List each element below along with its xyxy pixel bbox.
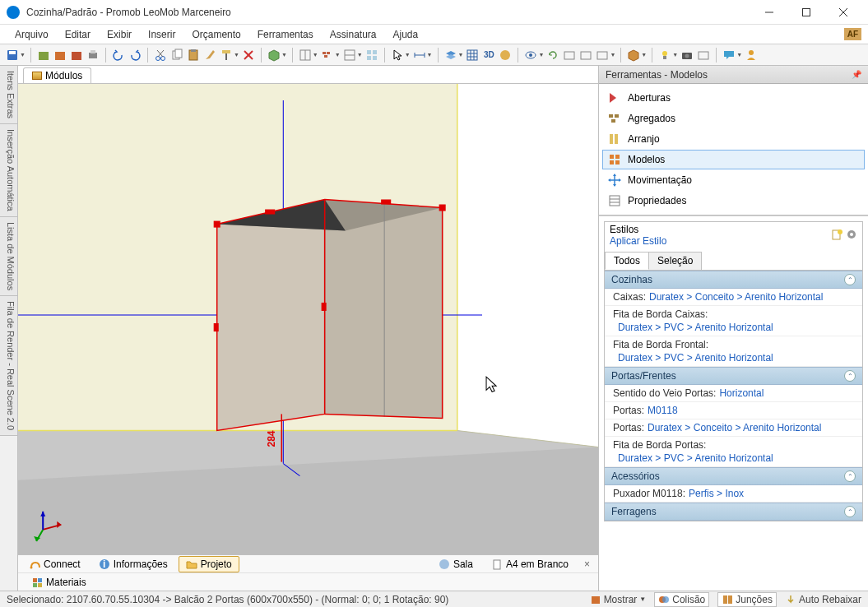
row-link[interactable]: Duratex > PVC > Arenito Horizontal (613, 452, 773, 464)
menu-exibir[interactable]: Exibir (99, 27, 140, 42)
btab-materiais[interactable]: Materiais (25, 575, 93, 590)
group-head[interactable]: Acessórios⌃ (605, 467, 862, 485)
status-mostrar[interactable]: Mostrar ▼ (590, 594, 647, 605)
refresh-icon[interactable] (545, 48, 560, 63)
chat-icon[interactable] (722, 48, 736, 63)
menu-ferramentas[interactable]: Ferramentas (249, 27, 322, 42)
cut-icon[interactable] (153, 48, 168, 63)
row-link[interactable]: Perfis > Inox (689, 488, 744, 499)
persp4-icon[interactable] (696, 48, 711, 63)
vtab-itens-extras[interactable]: Itens Extras (0, 66, 17, 124)
row-link[interactable]: M0118 (648, 405, 678, 416)
menu-ajuda[interactable]: Ajuda (385, 27, 427, 42)
copy-icon[interactable] (169, 48, 184, 63)
grid-icon[interactable] (364, 48, 379, 63)
minimize-button[interactable] (750, 0, 787, 25)
menu-orcamento[interactable]: Orçamento (183, 27, 248, 42)
delete-icon[interactable] (241, 48, 256, 63)
wall-dropdown[interactable]: ▼ (335, 52, 341, 58)
grid2-icon[interactable] (465, 48, 480, 63)
light-dropdown[interactable]: ▼ (672, 52, 678, 58)
cube2-dropdown[interactable]: ▼ (641, 52, 647, 58)
redo-icon[interactable] (128, 48, 142, 63)
eye-dropdown[interactable]: ▼ (538, 52, 544, 58)
print-icon[interactable] (86, 48, 100, 63)
tab-selecao[interactable]: Seleção (648, 252, 702, 270)
pointer-dropdown[interactable]: ▼ (405, 52, 411, 58)
nav-propriedades[interactable]: Propriedades (602, 191, 865, 211)
save-dropdown[interactable]: ▼ (20, 52, 26, 58)
vtab-lista-modulos[interactable]: Lista de Módulos (0, 217, 17, 296)
cube1-icon[interactable] (267, 48, 281, 63)
row-link[interactable]: Duratex > PVC > Arenito Horizontal (613, 352, 773, 364)
wall-icon[interactable] (320, 48, 335, 63)
layout2-icon[interactable] (342, 48, 357, 63)
nav-aberturas[interactable]: Aberturas (602, 88, 865, 108)
scene-icon[interactable] (498, 48, 513, 63)
menu-inserir[interactable]: Inserir (140, 27, 183, 42)
aplicar-estilo-link[interactable]: Aplicar Estilo (610, 235, 666, 247)
row-link[interactable]: Duratex > Conceito > Arenito Horizontal (648, 422, 821, 433)
roller-dropdown[interactable]: ▼ (234, 52, 239, 58)
room-icon[interactable] (36, 48, 51, 63)
menu-arquivo[interactable]: Arquivo (7, 27, 57, 42)
undo-icon[interactable] (111, 48, 126, 63)
tab-todos[interactable]: Todos (605, 252, 649, 270)
status-auto-rebaixar[interactable]: Auto Rebaixar (785, 594, 861, 605)
group-head[interactable]: Ferragens⌃ (605, 503, 862, 521)
pointer-icon[interactable] (390, 48, 405, 63)
group-head[interactable]: Cozinhas⌃ (605, 271, 862, 289)
btab-projeto[interactable]: Projeto (179, 556, 239, 572)
tab-modulos[interactable]: Módulos (23, 67, 91, 83)
box2-icon[interactable] (69, 48, 84, 63)
camera-icon[interactable] (680, 48, 694, 63)
row-link[interactable]: Duratex > PVC > Arenito Horizontal (613, 322, 773, 333)
roller-icon[interactable] (219, 48, 234, 63)
persp2-icon[interactable] (578, 48, 593, 63)
menu-editar[interactable]: Editar (57, 27, 99, 42)
close-button[interactable] (824, 0, 861, 25)
light-icon[interactable] (657, 48, 672, 63)
close-tab-button[interactable]: × (579, 558, 595, 570)
3d-icon[interactable]: 3D (481, 48, 496, 63)
layout1-icon[interactable] (298, 48, 313, 63)
layout1-dropdown[interactable]: ▼ (313, 52, 318, 58)
vtab-insercao-auto[interactable]: Inserção Automática (0, 124, 17, 217)
persp1-icon[interactable] (562, 48, 577, 63)
chat-dropdown[interactable]: ▼ (736, 52, 742, 58)
btab-a4[interactable]: A4 em Branco (484, 556, 576, 572)
maximize-button[interactable] (787, 0, 824, 25)
layout2-dropdown[interactable]: ▼ (357, 52, 363, 58)
btab-sala[interactable]: Sala (431, 556, 480, 572)
dim-icon[interactable] (412, 48, 427, 63)
dim-dropdown[interactable]: ▼ (427, 52, 433, 58)
menu-assinatura[interactable]: Assinatura (322, 27, 385, 42)
pin-icon[interactable]: 📌 (852, 70, 861, 79)
persp3-dropdown[interactable]: ▼ (610, 52, 615, 58)
persp3-icon[interactable] (595, 48, 610, 63)
group-head[interactable]: Portas/Frentes⌃ (605, 367, 862, 385)
cube2-icon[interactable] (626, 48, 641, 63)
layers-icon[interactable] (443, 48, 458, 63)
paste-icon[interactable] (186, 48, 201, 63)
af-badge[interactable]: AF (844, 28, 861, 40)
box1-icon[interactable] (53, 48, 67, 63)
row-link[interactable]: Duratex > Conceito > Arenito Horizontal (649, 291, 823, 303)
vtab-fila-render[interactable]: Fila de Render - Real Scene 2.0 (0, 296, 17, 436)
brush-icon[interactable] (202, 48, 217, 63)
status-juncoes[interactable]: Junções (717, 592, 777, 607)
nav-movimentacao[interactable]: Movimentação (602, 170, 865, 190)
btab-info[interactable]: i Informações (91, 556, 175, 572)
layers-dropdown[interactable]: ▼ (458, 52, 464, 58)
save-icon[interactable] (5, 48, 20, 63)
row-link[interactable]: Horizontal (719, 387, 764, 399)
btab-connect[interactable]: Connect (21, 556, 88, 572)
eye-icon[interactable] (523, 48, 538, 63)
nav-modelos[interactable]: Modelos (602, 150, 865, 169)
nav-arranjo[interactable]: Arranjo (602, 129, 865, 149)
user-icon[interactable] (744, 48, 759, 63)
3d-viewport[interactable]: 284 (18, 84, 598, 554)
nav-agregados[interactable]: Agregados (602, 109, 865, 128)
cube1-dropdown[interactable]: ▼ (281, 52, 287, 58)
gear-icon[interactable] (846, 229, 857, 243)
